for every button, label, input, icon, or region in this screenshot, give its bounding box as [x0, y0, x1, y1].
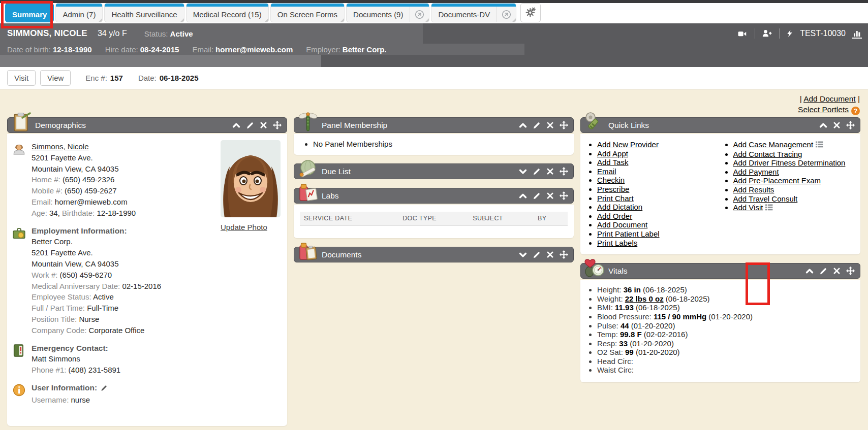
tab-health-surveillance[interactable]: Health Surveillance [104, 3, 184, 22]
tab-admin-7[interactable]: Admin (7) [55, 3, 103, 22]
move-icon[interactable] [560, 250, 568, 259]
portlet-title: Vitals [608, 267, 628, 276]
close-icon[interactable] [833, 267, 841, 275]
lightning-bolt-icon[interactable] [786, 29, 793, 38]
edit-icon[interactable] [819, 267, 827, 275]
move-icon[interactable] [560, 167, 568, 176]
close-icon[interactable] [546, 192, 554, 200]
portlet-title: Panel Membership [322, 121, 387, 130]
list-icon[interactable] [765, 204, 773, 213]
quick-link[interactable]: Add Task [597, 158, 628, 167]
move-icon[interactable] [560, 121, 568, 129]
quick-link[interactable]: Add Dictation [597, 203, 642, 211]
expand-icon[interactable] [519, 251, 527, 259]
bar-chart-icon[interactable] [852, 29, 862, 39]
portlet-controls [519, 250, 568, 259]
panel-membership-header[interactable]: Panel Membership [294, 117, 574, 133]
demographics-header[interactable]: Demographics [7, 117, 287, 133]
quick-link[interactable]: Add Document [597, 220, 647, 229]
move-icon[interactable] [846, 121, 855, 129]
tab-bar: SummaryAdmin (7)Health SurveillanceMedic… [0, 0, 868, 23]
list-icon[interactable] [816, 141, 823, 150]
quick-link[interactable]: Email [597, 167, 616, 176]
edit-icon[interactable] [533, 168, 541, 176]
close-icon[interactable] [546, 251, 554, 258]
tab-label: Admin (7) [56, 4, 102, 22]
help-icon[interactable]: ? [851, 107, 860, 115]
patient-name-link[interactable]: Simmons, Nicole [32, 142, 89, 151]
move-icon[interactable] [846, 267, 855, 275]
encounter-number: Enc #:157 [85, 74, 123, 82]
quick-link[interactable]: Add Case Management [733, 140, 814, 149]
documents-header[interactable]: Documents [294, 247, 574, 262]
quick-link[interactable]: Print Patient Label [597, 229, 660, 238]
quick-link[interactable]: Add Driver Fitness Determination [733, 158, 846, 167]
update-photo-link[interactable]: Update Photo [221, 223, 267, 231]
quick-link[interactable]: Print Chart [597, 194, 634, 203]
add-document-link[interactable]: Add Document [803, 94, 856, 103]
tab-label: Documents (9) [347, 4, 410, 22]
labs-column-header: BY [538, 215, 564, 222]
vital-item: Blood Pressure: 115 / 90 mmHg (01-20-202… [597, 312, 856, 321]
vital-item: Height: 36 in (06-18-2025) [597, 285, 856, 294]
edit-icon[interactable] [246, 121, 254, 129]
collapse-icon[interactable] [805, 267, 814, 275]
collapse-icon[interactable] [819, 121, 827, 129]
labs-header[interactable]: Labs [294, 188, 574, 204]
view-button[interactable]: View [40, 70, 71, 86]
edit-icon[interactable] [533, 121, 541, 129]
collapse-icon[interactable] [519, 121, 527, 129]
edit-icon[interactable] [533, 251, 541, 259]
quick-link[interactable]: Add Visit [733, 203, 763, 212]
external-link-icon[interactable] [497, 4, 516, 22]
quick-link[interactable]: Add Payment [733, 168, 779, 176]
quick-link[interactable]: Add Results [733, 185, 774, 194]
edit-icon[interactable] [101, 383, 108, 394]
quick-links-header[interactable]: Quick Links [580, 117, 860, 133]
quick-link-item: Add Driver Fitness Determination [733, 158, 857, 168]
external-link-icon[interactable] [410, 4, 429, 22]
vitals-header[interactable]: Vitals [580, 263, 860, 279]
select-portlets-link[interactable]: Select Portlets [798, 105, 849, 114]
close-icon[interactable] [833, 121, 841, 129]
panel-membership-body: No Panel Memberships [294, 134, 574, 155]
quick-link[interactable]: Add Travel Consult [733, 194, 798, 203]
quick-link[interactable]: Add Contact Tracing [733, 150, 802, 158]
quick-link[interactable]: Add Order [597, 212, 632, 220]
labs-column-header: DOC TYPE [402, 215, 473, 222]
clipboard-icon [11, 112, 32, 133]
tab-documents-9[interactable]: Documents (9) [346, 3, 429, 22]
collapse-icon[interactable] [519, 192, 527, 200]
due-list-header[interactable]: Due List [294, 163, 574, 179]
tab-documents-dv[interactable]: Documents-DV [431, 3, 516, 22]
expand-icon[interactable] [519, 168, 527, 176]
quick-link[interactable]: Add Appt [597, 149, 628, 158]
edit-icon[interactable] [533, 192, 541, 200]
quick-link[interactable]: Prescribe [597, 185, 629, 193]
quick-link[interactable]: Print Labels [597, 239, 637, 247]
tab-medical-record-15[interactable]: Medical Record (15) [186, 3, 269, 22]
patient-name: SIMMONS, NICOLE [7, 28, 87, 39]
move-icon[interactable] [273, 121, 282, 129]
quick-link[interactable]: Add New Provider [597, 140, 659, 149]
quick-link-item: Add Payment [733, 168, 857, 177]
tab-on-screen-forms[interactable]: On Screen Forms [270, 3, 345, 22]
vital-item: Weight: 22 lbs 0 oz (06-18-2025) [597, 294, 856, 304]
tab-summary[interactable]: Summary [5, 3, 54, 22]
visit-button[interactable]: Visit [7, 70, 36, 86]
gears-icon [525, 7, 536, 19]
close-icon[interactable] [546, 121, 554, 129]
quick-link[interactable]: Add Pre-Placement Exam [733, 176, 821, 185]
video-camera-icon[interactable] [736, 29, 748, 38]
demographics-section: Employment Information:Better Corp.5201 … [12, 225, 281, 336]
labs-table-header: SERVICE DATEDOC TYPESUBJECTBY [300, 212, 568, 226]
tab-label: Summary [6, 4, 53, 22]
close-icon[interactable] [546, 168, 554, 175]
collapse-icon[interactable] [232, 121, 240, 129]
move-icon[interactable] [560, 191, 568, 200]
add-person-icon[interactable] [762, 29, 772, 38]
close-icon[interactable] [260, 121, 267, 129]
quick-link[interactable]: Checkin [597, 176, 625, 184]
quick-link-item: Print Patient Label [597, 229, 721, 239]
settings-button[interactable] [520, 3, 541, 22]
